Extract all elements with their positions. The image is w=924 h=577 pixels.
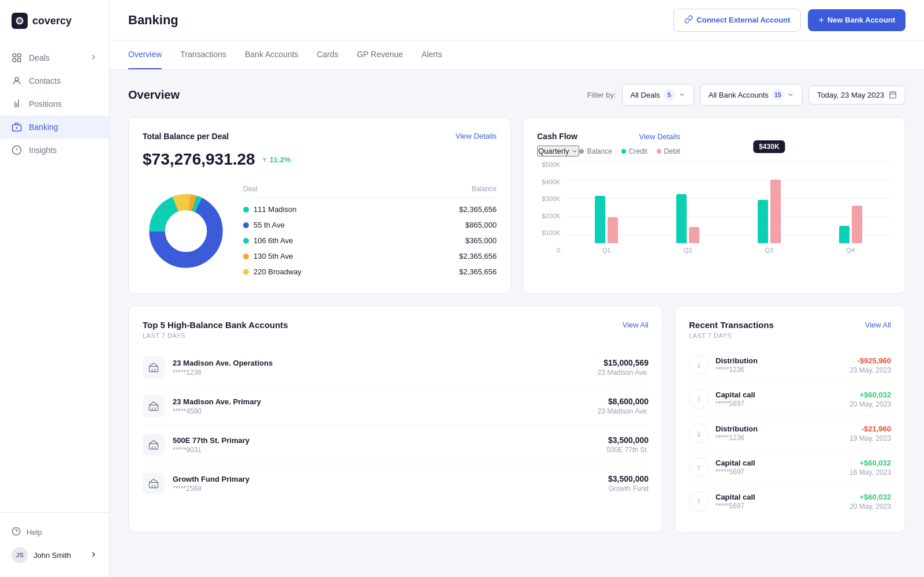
bank-accounts-card: Top 5 High-Balance Bank Accounts View Al… — [128, 306, 663, 533]
overview-header: Overview Filter by: All Deals 5 All Bank… — [128, 84, 906, 106]
plus-icon: + — [818, 15, 824, 25]
deals-filter-button[interactable]: All Deals 5 — [622, 84, 694, 106]
bank-accounts-header: Top 5 High-Balance Bank Accounts View Al… — [143, 320, 649, 330]
trans-icon-4: ↑ — [689, 492, 709, 511]
connect-external-button[interactable]: Connect External Account — [673, 9, 801, 32]
chart-bars: Q1 Q2 — [566, 161, 891, 254]
sidebar-item-banking-label: Banking — [29, 122, 98, 132]
trans-amounts-0: -$925,960 23 May, 2023 — [850, 356, 891, 374]
tab-bank-accounts[interactable]: Bank Accounts — [245, 40, 299, 69]
help-item[interactable]: Help — [12, 522, 98, 542]
nav-items: Deals Contacts Positions Banking — [0, 42, 109, 512]
user-arrow-icon — [90, 550, 98, 560]
bank-accounts-view-all[interactable]: View All — [623, 321, 649, 329]
balance-card: Total Balance per Deal View Details $73,… — [128, 117, 511, 294]
content-inner: Overview Filter by: All Deals 5 All Bank… — [110, 70, 924, 546]
legend-debit: Debit — [657, 147, 680, 155]
filter-bar: Filter by: All Deals 5 All Bank Accounts… — [587, 84, 906, 106]
sidebar-item-banking[interactable]: Banking — [0, 116, 109, 139]
legend-balance: Balance — [579, 147, 612, 155]
sidebar-item-contacts[interactable]: Contacts — [0, 69, 109, 92]
cashflow-card: Cash Flow View Details Quarterly — [523, 117, 906, 294]
trans-info-2: Distribution *****1236 — [716, 425, 843, 442]
sidebar-item-positions[interactable]: Positions — [0, 92, 109, 116]
bank-account-row: Growth Fund Primary *****2568 $3,500,000… — [143, 464, 649, 502]
deal-row: 111 Madison $2,365,656 — [243, 202, 497, 217]
sidebar-item-deals[interactable]: Deals — [0, 46, 109, 69]
svg-rect-36 — [150, 482, 158, 487]
svg-rect-33 — [150, 444, 158, 449]
transactions-view-all[interactable]: View All — [865, 321, 891, 329]
sidebar-item-contacts-label: Contacts — [29, 76, 98, 85]
tab-gp-revenue[interactable]: GP Revenue — [357, 40, 403, 69]
trans-icon-0: ↓ — [689, 355, 709, 375]
date-filter-button[interactable]: Today, 23 May 2023 — [808, 85, 906, 105]
page-title: Banking — [128, 13, 178, 28]
trans-amounts-1: +$60,032 20 May, 2023 — [850, 390, 891, 408]
transaction-row-2: ↓ Distribution *****1236 -$21,960 19 May… — [689, 416, 891, 451]
y-axis-labels: $500K $400K $300K $200K $100K 0 — [537, 161, 560, 254]
cards-row: Total Balance per Deal View Details $73,… — [128, 117, 906, 294]
sidebar-item-deals-label: Deals — [29, 53, 83, 62]
trans-info-1: Capital call *****5697 — [716, 390, 843, 408]
link-icon — [684, 15, 693, 25]
trans-info-4: Capital call *****5697 — [716, 493, 843, 510]
bank-accounts-title: Top 5 High-Balance Bank Accounts — [143, 320, 288, 330]
q4-debit-bar — [852, 206, 862, 243]
help-label: Help — [27, 528, 42, 537]
filter-label: Filter by: — [587, 91, 616, 99]
q3-bars — [758, 157, 781, 243]
transactions-period: LAST 7 DAYS — [689, 332, 891, 339]
help-icon — [12, 527, 21, 538]
sidebar: covercy Deals Contacts Positions — [0, 0, 110, 577]
chart-group-q3: $430K Q3 — [729, 157, 810, 254]
svg-rect-30 — [150, 405, 158, 410]
tab-alerts[interactable]: Alerts — [422, 40, 442, 69]
accounts-filter-button[interactable]: All Bank Accounts 15 — [700, 84, 803, 106]
q4-bars — [839, 157, 862, 243]
transactions-title: Recent Transactions — [689, 320, 774, 330]
deals-icon — [12, 53, 22, 63]
tab-overview[interactable]: Overview — [128, 40, 162, 69]
chart-legend: Balance Credit Debit — [579, 147, 680, 155]
tab-cards[interactable]: Cards — [317, 40, 338, 69]
logo-icon — [12, 13, 28, 29]
bank-account-row: 23 Madison Ave. Primary *****4580 $8,600… — [143, 387, 649, 426]
bank-account-row: 500E 77th St. Primary *****9031 $3,500,0… — [143, 426, 649, 464]
deals-arrow-icon — [90, 53, 98, 63]
chart-group-q4: Q4 — [810, 157, 891, 254]
svg-rect-3 — [13, 59, 16, 62]
sidebar-item-positions-label: Positions — [29, 99, 98, 109]
trans-info-3: Capital call *****5697 — [716, 459, 843, 476]
transactions-card: Recent Transactions View All LAST 7 DAYS… — [675, 306, 906, 533]
bank-info-3: Growth Fund Primary *****2568 — [173, 475, 600, 493]
positions-icon — [12, 99, 22, 109]
tab-transactions[interactable]: Transactions — [180, 40, 226, 69]
deal-dot — [243, 222, 249, 228]
logo-text: covercy — [32, 15, 72, 27]
q3-debit-bar — [770, 180, 781, 243]
bank-amounts-1: $8,600,000 23 Madison Ave. — [597, 397, 649, 415]
donut-chart — [143, 188, 229, 274]
sidebar-item-insights[interactable]: Insights — [0, 139, 109, 162]
user-item[interactable]: JS John Smith — [12, 542, 98, 568]
bank-amounts-2: $3,500,000 500E 77th St. — [606, 435, 649, 454]
transaction-row-0: ↓ Distribution *****1236 -$925,960 23 Ma… — [689, 348, 891, 382]
cashflow-view-details[interactable]: View Details — [639, 132, 680, 141]
q2-bars — [676, 157, 699, 243]
bank-info-0: 23 Madison Ave. Operations *****1236 — [173, 359, 589, 377]
q1-bars — [595, 157, 618, 243]
bank-amounts-0: $15,000,569 23 Madison Ave. — [597, 358, 649, 377]
q1-balance-bar — [595, 196, 605, 243]
cashflow-header: Cash Flow View Details Quarterly — [537, 132, 891, 157]
bank-accounts-period: LAST 7 DAYS — [143, 332, 649, 339]
balance-card-header: Total Balance per Deal View Details — [143, 132, 497, 141]
quarterly-button[interactable]: Quarterly — [537, 146, 579, 157]
new-bank-account-button[interactable]: + New Bank Account — [808, 9, 906, 31]
insights-icon — [12, 145, 22, 155]
balance-change: 11.2% — [261, 155, 291, 164]
user-avatar: JS — [12, 547, 28, 563]
q1-debit-bar — [608, 217, 618, 243]
svg-rect-4 — [18, 59, 21, 62]
balance-view-details[interactable]: View Details — [456, 132, 497, 140]
